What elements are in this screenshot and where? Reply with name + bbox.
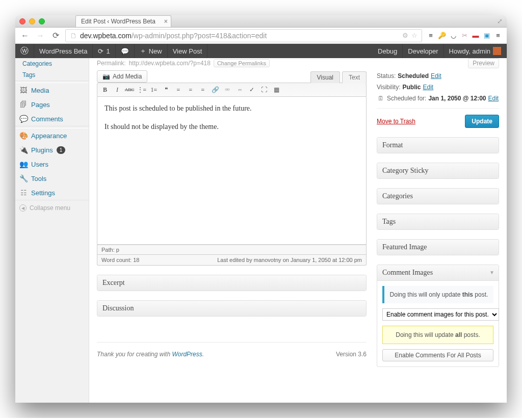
ext-icon-menu[interactable]: ≡: [493, 31, 503, 40]
ext-icon-pic[interactable]: ▣: [482, 31, 491, 40]
wp-admin-bar: ⓦ WordPress Beta ⟳1 💬 ＋New View Post Deb…: [15, 44, 507, 58]
sidebar-item-media[interactable]: 🖼Media: [15, 83, 89, 97]
sidebar-item-pages[interactable]: 🗐Pages: [15, 97, 89, 112]
permalink-label: Permalink:: [97, 60, 126, 67]
ext-icon-mask[interactable]: ▬: [471, 31, 480, 40]
notice-all-posts: Doing this will update all posts.: [382, 326, 493, 344]
tags-toggle[interactable]: Tags: [377, 214, 499, 229]
window-close-button[interactable]: [19, 18, 25, 24]
visibility-label: Visibility:: [377, 84, 400, 91]
categories-toggle[interactable]: Categories: [377, 189, 499, 204]
preview-button[interactable]: Preview: [468, 58, 499, 68]
view-post-link[interactable]: View Post: [168, 44, 208, 58]
developer-menu[interactable]: Developer: [403, 44, 443, 58]
ext-icon-pocket[interactable]: ◡: [449, 31, 458, 40]
ext-icon-stack[interactable]: ≡: [426, 31, 435, 40]
debug-menu[interactable]: Debug: [373, 44, 403, 58]
excerpt-metabox: Excerpt: [97, 275, 367, 291]
sidebar-item-plugins[interactable]: 🔌Plugins1: [15, 143, 89, 157]
bookmark-star-icon[interactable]: ☆: [411, 32, 417, 39]
link-button[interactable]: 🔗: [210, 85, 221, 95]
calendar-icon: 🗓: [377, 95, 385, 102]
wordpress-link[interactable]: WordPress: [172, 351, 202, 358]
comment-images-toggle[interactable]: Comment Images▼: [377, 265, 499, 281]
featured-image-toggle[interactable]: Featured Image: [377, 240, 499, 255]
sidebar-item-settings[interactable]: ☷Settings: [15, 186, 89, 200]
editor-textarea[interactable]: This post is scheduled to be published i…: [97, 97, 367, 245]
excerpt-toggle[interactable]: Excerpt: [97, 275, 366, 291]
sidebar-item-tools[interactable]: 🔧Tools: [15, 171, 89, 186]
schedule-edit-link[interactable]: Edit: [488, 95, 499, 102]
move-to-trash-link[interactable]: Move to Trash: [377, 118, 415, 125]
status-label: Status:: [377, 72, 396, 80]
collapse-arrow-icon: ◀: [19, 204, 27, 212]
mac-titlebar: Edit Post ‹ WordPress Beta × ⤢: [15, 15, 507, 28]
my-account-menu[interactable]: Howdy, admin: [444, 44, 507, 58]
more-tag-button[interactable]: ⎓: [234, 85, 245, 95]
comments-menu[interactable]: 💬: [116, 44, 135, 58]
spellcheck-button[interactable]: ✓: [246, 85, 257, 95]
bullet-list-button[interactable]: ⋮≡: [136, 85, 147, 95]
new-content-menu[interactable]: ＋New: [135, 44, 168, 58]
blockquote-button[interactable]: ❝: [161, 85, 172, 95]
status-edit-link[interactable]: Edit: [431, 72, 441, 80]
align-left-button[interactable]: ≡: [173, 85, 184, 95]
url-domain: dev.wpbeta.com: [80, 32, 132, 40]
appearance-icon: 🎨: [19, 132, 28, 140]
window-minimize-button[interactable]: [29, 18, 35, 24]
unlink-button[interactable]: ⚮: [222, 85, 233, 95]
change-permalinks-button[interactable]: Change Permalinks: [214, 59, 270, 67]
fullscreen-button[interactable]: ⛶: [258, 85, 270, 95]
align-center-button[interactable]: ≡: [185, 85, 196, 95]
add-media-button[interactable]: 📷Add Media: [97, 70, 147, 83]
sidebar-item-categories[interactable]: Categories: [15, 58, 89, 69]
address-bar[interactable]: 🗋 dev.wpbeta.com/wp-admin/post.php?post=…: [65, 29, 422, 42]
editor-path[interactable]: Path: p: [97, 245, 367, 255]
collapse-menu-button[interactable]: ◀Collapse menu: [15, 200, 89, 216]
schedule-value: Jan 1, 2050 @ 12:00: [428, 95, 486, 102]
bold-button[interactable]: B: [99, 85, 111, 95]
kitchen-sink-button[interactable]: ▦: [271, 85, 282, 95]
sidebar-item-tags[interactable]: Tags: [15, 69, 89, 81]
window-expand-icon[interactable]: ⤢: [497, 17, 503, 25]
numbered-list-button[interactable]: 1≡: [148, 85, 160, 95]
nav-forward-button[interactable]: →: [35, 30, 46, 41]
site-name-menu[interactable]: WordPress Beta: [34, 44, 93, 58]
plugin-update-count: 1: [57, 146, 66, 154]
tab-close-icon[interactable]: ×: [164, 18, 168, 25]
nav-reload-button[interactable]: ⟳: [50, 30, 61, 41]
wp-logo-menu[interactable]: ⓦ: [15, 44, 34, 58]
category-sticky-toggle[interactable]: Category Sticky: [377, 163, 499, 178]
visibility-value: Public: [402, 84, 421, 91]
sidebar-item-users[interactable]: 👥Users: [15, 157, 89, 171]
discussion-toggle[interactable]: Discussion: [97, 301, 366, 316]
permalink-url: http://dev.wpbeta.com/?p=418: [129, 60, 211, 67]
format-toggle[interactable]: Format: [377, 138, 499, 153]
ext-icon-scissors[interactable]: ✂: [460, 31, 469, 40]
chevron-down-icon: ▼: [489, 270, 494, 275]
sidebar-item-appearance[interactable]: 🎨Appearance: [15, 128, 89, 143]
admin-sidebar: Categories Tags 🖼Media 🗐Pages 💬Comments …: [15, 58, 89, 403]
align-right-button[interactable]: ≡: [197, 85, 208, 95]
tab-visual[interactable]: Visual: [310, 71, 340, 83]
update-button[interactable]: Update: [465, 115, 499, 128]
window-zoom-button[interactable]: [39, 18, 45, 24]
nav-back-button[interactable]: ←: [19, 30, 31, 41]
discussion-metabox: Discussion: [97, 300, 367, 317]
comment-images-select[interactable]: Enable comment images for this post.: [382, 308, 499, 321]
browser-tab[interactable]: Edit Post ‹ WordPress Beta ×: [75, 15, 171, 27]
word-count: Word count: 18: [101, 257, 139, 263]
italic-button[interactable]: I: [112, 85, 123, 95]
strikethrough-button[interactable]: ABC: [124, 85, 135, 95]
tab-text[interactable]: Text: [342, 71, 367, 83]
comment-bubble-icon: 💬: [121, 47, 129, 55]
visibility-edit-link[interactable]: Edit: [423, 84, 433, 91]
sidebar-item-comments[interactable]: 💬Comments: [15, 112, 89, 126]
settings-gear-icon[interactable]: ⚙: [402, 32, 408, 39]
tools-icon: 🔧: [19, 174, 28, 182]
wordpress-logo-icon: ⓦ: [20, 46, 29, 57]
ext-icon-key[interactable]: 🔑: [437, 31, 447, 40]
enable-comments-all-button[interactable]: Enable Comments For All Posts: [382, 349, 493, 361]
updates-menu[interactable]: ⟳1: [93, 44, 115, 58]
camera-icon: 📷: [102, 73, 110, 80]
